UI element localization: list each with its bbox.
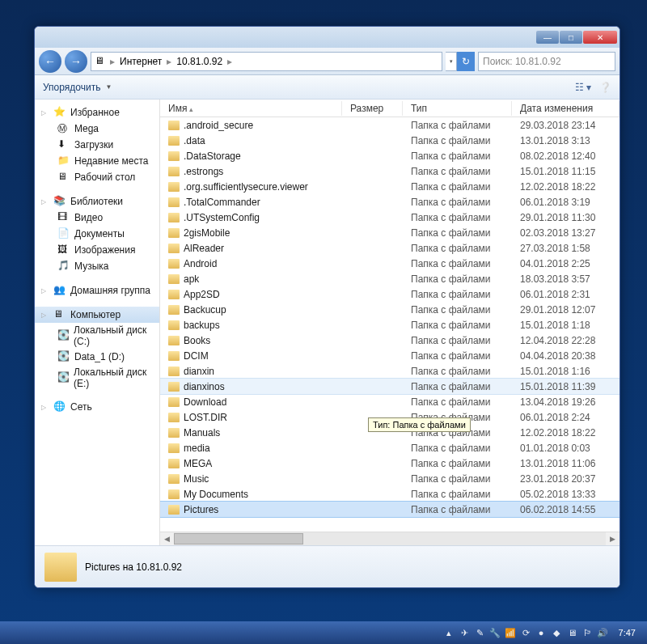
- clock[interactable]: 7:47: [612, 628, 642, 638]
- folder-icon: [168, 397, 180, 407]
- nav-item[interactable]: 🖥Рабочий стол: [35, 169, 159, 185]
- tray-icon[interactable]: ✎: [474, 627, 486, 639]
- breadcrumb-separator: ▸: [167, 56, 171, 67]
- help-button[interactable]: ❔: [599, 82, 611, 93]
- search-input[interactable]: Поиск: 10.81.0.92: [478, 52, 615, 71]
- tray-icon-volume[interactable]: 🔊: [597, 627, 609, 639]
- tray-icon[interactable]: 🔧: [489, 627, 501, 639]
- file-row[interactable]: backupsПапка с файлами15.01.2018 1:18: [160, 317, 620, 333]
- nav-item-label: Локальный диск (E:): [74, 366, 153, 389]
- homegroup[interactable]: 👥 Домашняя группа: [35, 282, 159, 299]
- file-row[interactable]: MEGAПапка с файлами13.01.2018 11:06: [160, 455, 620, 471]
- nav-item[interactable]: 💽Локальный диск (C:): [35, 323, 159, 349]
- file-row[interactable]: mediaПапка с файлами01.01.2018 0:03: [160, 440, 620, 455]
- file-list[interactable]: .android_secureПапка с файлами29.03.2018…: [160, 117, 620, 532]
- tray-icon-network[interactable]: 📶: [505, 627, 517, 639]
- refresh-button[interactable]: ↻: [457, 52, 475, 71]
- folder-icon: [168, 290, 180, 299]
- column-type[interactable]: Тип: [403, 101, 512, 116]
- nav-item[interactable]: ⬇Загрузки: [35, 137, 159, 153]
- file-row[interactable]: dianxinosПапка с файлами15.01.2018 11:39: [160, 379, 620, 394]
- tray-icon[interactable]: ●: [535, 627, 548, 639]
- file-date: 04.04.2018 20:38: [512, 350, 620, 362]
- favorites-group[interactable]: ⭐ Избранное: [35, 104, 159, 121]
- file-row[interactable]: DownloadПапка с файлами13.04.2018 19:26: [160, 394, 620, 409]
- file-row[interactable]: .dataПапка с файлами13.01.2018 3:13: [160, 133, 620, 148]
- column-name[interactable]: Имя: [160, 101, 342, 116]
- forward-button[interactable]: →: [65, 50, 87, 73]
- nav-item[interactable]: 📄Документы: [35, 226, 159, 242]
- nav-item[interactable]: 📁Недавние места: [35, 153, 159, 169]
- breadcrumb-item[interactable]: 10.81.0.92: [174, 56, 225, 67]
- file-row[interactable]: MusicПапка с файлами23.01.2018 20:37: [160, 471, 620, 486]
- nav-item[interactable]: 💽Локальный диск (E:): [35, 365, 159, 391]
- tray-icon[interactable]: ◆: [551, 627, 563, 639]
- file-list-pane: Имя Размер Тип Дата изменения .android_s…: [160, 100, 620, 545]
- search-placeholder: Поиск: 10.81.0.92: [483, 56, 561, 67]
- computer-group[interactable]: 🖥 Компьютер: [35, 307, 159, 323]
- view-button[interactable]: ☷ ▾: [575, 82, 591, 93]
- scroll-left-arrow[interactable]: ◀: [160, 532, 174, 545]
- taskbar[interactable]: ▴ ✈ ✎ 🔧 📶 ⟳ ● ◆ 🖥 🏳 🔊 7:47: [0, 621, 647, 644]
- file-name: .data: [184, 135, 205, 146]
- file-type: Папка с файлами: [403, 258, 512, 269]
- file-row[interactable]: .org.sufficientlysecure.viewerПапка с фа…: [160, 179, 620, 194]
- address-history-dropdown[interactable]: ▾: [446, 52, 457, 71]
- column-size[interactable]: Размер: [342, 101, 403, 116]
- file-type: Папка с файлами: [403, 212, 512, 223]
- file-row[interactable]: App2SDПапка с файлами06.01.2018 2:31: [160, 286, 620, 302]
- maximize-button[interactable]: □: [560, 31, 582, 44]
- libraries-group[interactable]: 📚 Библиотеки: [35, 193, 159, 210]
- file-row[interactable]: apkПапка с файлами18.03.2018 3:57: [160, 271, 620, 286]
- close-button[interactable]: ✕: [583, 31, 617, 44]
- tray-icon-telegram[interactable]: ✈: [459, 627, 471, 639]
- file-name: .org.sufficientlysecure.viewer: [184, 181, 308, 193]
- system-tray: ▴ ✈ ✎ 🔧 📶 ⟳ ● ◆ 🖥 🏳 🔊 7:47: [443, 627, 647, 639]
- file-row[interactable]: AndroidПапка с файлами04.01.2018 2:25: [160, 256, 620, 271]
- file-name: Pictures: [184, 504, 218, 515]
- file-row[interactable]: DCIMПапка с файлами04.04.2018 20:38: [160, 348, 620, 363]
- file-row[interactable]: .TotalCommanderПапка с файлами06.01.2018…: [160, 194, 620, 210]
- file-row[interactable]: .UTSystemConfigПапка с файлами29.01.2018…: [160, 210, 620, 225]
- file-row[interactable]: .android_secureПапка с файлами29.03.2018…: [160, 117, 620, 133]
- file-row[interactable]: .DataStorageПапка с файлами08.02.2018 12…: [160, 148, 620, 163]
- nav-item[interactable]: ⓂMega: [35, 121, 159, 137]
- content-area: ⭐ Избранное ⓂMega⬇Загрузки📁Недавние мест…: [35, 100, 620, 545]
- minimize-button[interactable]: —: [536, 31, 559, 44]
- file-date: 15.01.2018 1:16: [512, 366, 620, 377]
- file-row[interactable]: .estrongsПапка с файлами15.01.2018 11:15: [160, 163, 620, 179]
- nav-item[interactable]: 🖼Изображения: [35, 242, 159, 258]
- nav-item-icon: 🖼: [57, 244, 70, 256]
- file-row[interactable]: AlReaderПапка с файлами27.03.2018 1:58: [160, 240, 620, 256]
- file-name: MEGA: [184, 458, 212, 469]
- details-pane: Pictures на 10.81.0.92: [35, 545, 620, 587]
- folder-icon: [168, 167, 180, 176]
- nav-item[interactable]: 💽Data_1 (D:): [35, 349, 159, 365]
- horizontal-scrollbar[interactable]: ◀ ▶: [160, 532, 620, 545]
- homegroup-icon: 👥: [53, 284, 66, 297]
- file-row[interactable]: PicturesПапка с файлами06.02.2018 14:55: [160, 502, 620, 517]
- scrollbar-thumb[interactable]: [174, 533, 303, 544]
- address-bar[interactable]: 🖥 ▸ Интернет ▸ 10.81.0.92 ▸: [91, 52, 442, 71]
- tray-icon[interactable]: ⟳: [520, 627, 532, 639]
- file-row[interactable]: dianxinПапка с файлами15.01.2018 1:16: [160, 363, 620, 379]
- file-row[interactable]: BooksПапка с файлами12.04.2018 22:28: [160, 333, 620, 348]
- column-date[interactable]: Дата изменения: [512, 101, 620, 116]
- tray-icon-lang[interactable]: 🏳: [581, 627, 594, 639]
- nav-item[interactable]: 🎞Видео: [35, 210, 159, 226]
- file-date: 13.01.2018 3:13: [512, 135, 620, 146]
- file-date: 06.01.2018 2:31: [512, 289, 620, 300]
- scroll-right-arrow[interactable]: ▶: [606, 532, 620, 545]
- tray-icon[interactable]: 🖥: [566, 627, 578, 639]
- tray-expand-icon[interactable]: ▴: [443, 627, 455, 639]
- file-type: Папка с файлами: [403, 181, 512, 193]
- organize-menu[interactable]: Упорядочить ▼: [43, 82, 113, 93]
- network-group[interactable]: 🌐 Сеть: [35, 399, 159, 415]
- nav-item[interactable]: 🎵Музыка: [35, 258, 159, 274]
- file-row[interactable]: 2gisMobileПапка с файлами02.03.2018 13:2…: [160, 225, 620, 240]
- file-row[interactable]: BackucupПапка с файлами29.01.2018 12:07: [160, 302, 620, 317]
- back-button[interactable]: ←: [39, 50, 61, 73]
- breadcrumb-item[interactable]: Интернет: [117, 56, 164, 67]
- file-name: 2gisMobile: [184, 227, 230, 239]
- file-row[interactable]: My DocumentsПапка с файлами05.02.2018 13…: [160, 486, 620, 502]
